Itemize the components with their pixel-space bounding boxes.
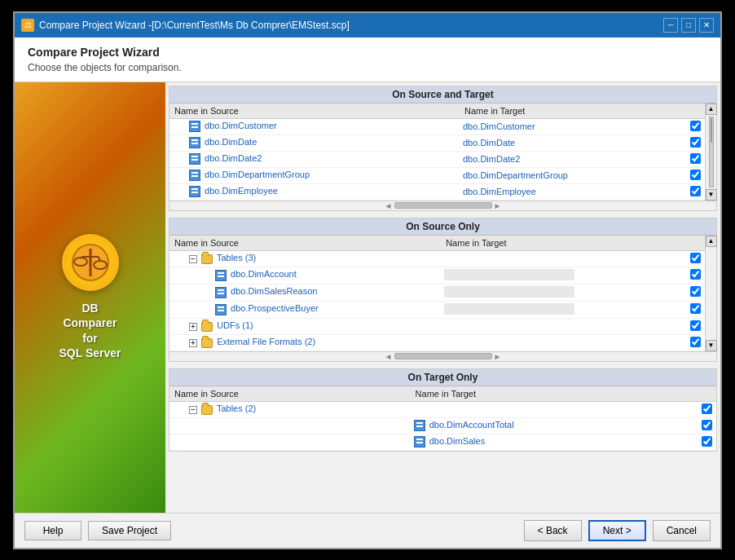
source-cell: dbo.ProspectiveBuyer	[169, 301, 441, 318]
checkbox-cell[interactable]	[685, 151, 705, 167]
scroll-down-arrow[interactable]: ▼	[706, 189, 717, 201]
row-checkbox[interactable]	[690, 137, 701, 148]
source-and-target-scrollbar[interactable]: ▲ ▼	[705, 104, 716, 201]
group-target-cell	[411, 401, 697, 417]
target-cell: dbo.DimDepartmentGroup	[460, 167, 685, 183]
table-row: dbo.DimDate dbo.DimDate	[169, 134, 705, 151]
table-row: dbo.DimDate2 dbo.DimDate2	[169, 151, 705, 167]
source-cell: dbo.DimCustomer	[169, 118, 460, 134]
checkbox-cell[interactable]	[685, 284, 705, 301]
col-target-header: Name in Target	[460, 104, 685, 119]
so-scroll-down[interactable]: ▼	[706, 340, 717, 351]
row-checkbox[interactable]	[690, 269, 701, 280]
target-cell	[441, 267, 685, 284]
group-checkbox-cell[interactable]	[697, 401, 716, 417]
checkbox-cell[interactable]	[685, 167, 705, 183]
expand-button[interactable]: +	[189, 339, 197, 347]
source-cell	[169, 417, 411, 434]
title-bar-controls: ─ □ ✕	[663, 18, 714, 33]
maximize-button[interactable]: □	[681, 18, 696, 33]
horiz-scrollbar-so[interactable]: ◄ ►	[169, 351, 716, 361]
row-checkbox[interactable]	[690, 121, 701, 131]
save-project-button[interactable]: Save Project	[88, 521, 171, 540]
row-checkbox[interactable]	[702, 436, 712, 447]
group-label-cell: + External File Formats (2)	[169, 334, 441, 351]
horiz-scrollbar-sat[interactable]: ◄ ►	[169, 201, 716, 210]
source-only-scrollbar[interactable]: ▲ ▼	[705, 236, 716, 351]
empty-target	[444, 286, 574, 298]
group-row: − Tables (3)	[169, 250, 705, 267]
table-icon	[189, 170, 200, 181]
checkbox-cell[interactable]	[685, 301, 705, 318]
table-row: dbo.DimSales	[169, 434, 716, 450]
close-button[interactable]: ✕	[699, 18, 714, 33]
to-col-source-header: Name in Source	[169, 386, 411, 402]
source-only-content: Name in Source Name in Target − Tables (…	[169, 236, 716, 351]
scroll-thumb[interactable]	[711, 118, 712, 143]
col-check-header	[685, 104, 705, 119]
footer-right: < Back Next > Cancel	[524, 520, 711, 541]
next-button[interactable]: Next >	[588, 520, 646, 541]
group-row: − Tables (2)	[169, 401, 716, 417]
row-checkbox[interactable]	[690, 170, 701, 180]
so-col-check-header	[685, 236, 705, 251]
horiz-thumb-sat[interactable]	[394, 202, 492, 209]
source-and-target-table-wrap: Name in Source Name in Target dbo.DimCus…	[169, 104, 705, 201]
group-target-cell	[441, 250, 685, 267]
checkbox-cell[interactable]	[697, 417, 716, 434]
section-source-and-target: On Source and Target Name in Source Name…	[169, 86, 717, 211]
row-checkbox[interactable]	[690, 186, 701, 196]
group-checkbox[interactable]	[702, 403, 712, 414]
group-checkbox-cell[interactable]	[685, 334, 705, 351]
app-icon: ⚖	[21, 19, 34, 32]
folder-icon	[201, 338, 213, 348]
checkbox-cell[interactable]	[685, 118, 705, 134]
row-checkbox[interactable]	[690, 286, 701, 297]
to-col-target-header: Name in Target	[411, 386, 697, 402]
checkbox-cell[interactable]	[685, 267, 705, 284]
checkbox-cell[interactable]	[697, 434, 716, 450]
expand-button[interactable]: +	[189, 323, 197, 331]
table-row: dbo.DimAccount	[169, 267, 705, 284]
cancel-button[interactable]: Cancel	[653, 520, 711, 541]
row-checkbox[interactable]	[702, 420, 712, 430]
group-row: + UDFs (1)	[169, 318, 705, 334]
source-cell	[169, 434, 411, 450]
checkbox-cell[interactable]	[685, 183, 705, 200]
group-checkbox-cell[interactable]	[685, 250, 705, 267]
sidebar-text: DB Comparer for SQL Server	[59, 301, 121, 360]
row-checkbox[interactable]	[690, 153, 701, 164]
svg-line-5	[81, 257, 82, 258]
expand-button[interactable]: −	[189, 255, 197, 263]
title-bar: ⚖ Compare Project Wizard -[D:\CurrentTes…	[15, 13, 720, 37]
so-horiz-right[interactable]: ►	[494, 352, 502, 361]
source-cell: dbo.DimDate	[169, 134, 460, 151]
section-source-and-target-header: On Source and Target	[169, 86, 716, 104]
minimize-button[interactable]: ─	[663, 18, 678, 33]
checkbox-cell[interactable]	[685, 134, 705, 151]
wizard-subtitle: Choose the objects for comparison.	[28, 62, 707, 73]
group-checkbox[interactable]	[690, 320, 701, 331]
table-icon	[215, 287, 227, 298]
group-checkbox[interactable]	[690, 253, 701, 263]
so-scroll-up[interactable]: ▲	[706, 236, 717, 247]
sidebar: DB Comparer for SQL Server	[15, 82, 165, 513]
target-only-table-wrap: Name in Source Name in Target − Tables (…	[169, 386, 716, 451]
help-button[interactable]: Help	[24, 521, 81, 540]
main-window: ⚖ Compare Project Wizard -[D:\CurrentTes…	[13, 11, 722, 549]
expand-button[interactable]: −	[189, 406, 197, 414]
empty-target	[444, 303, 574, 315]
scroll-up-arrow[interactable]: ▲	[706, 104, 717, 115]
group-checkbox[interactable]	[690, 337, 701, 347]
so-horiz-left[interactable]: ◄	[385, 352, 393, 361]
horiz-thumb-so[interactable]	[394, 353, 492, 359]
horiz-right-arrow[interactable]: ►	[494, 201, 502, 210]
table-row: dbo.DimSalesReason	[169, 284, 705, 301]
window-title: Compare Project Wizard -[D:\CurrentTest\…	[39, 20, 350, 31]
row-checkbox[interactable]	[690, 303, 701, 314]
horiz-left-arrow[interactable]: ◄	[385, 201, 393, 210]
back-button[interactable]: < Back	[524, 520, 582, 541]
sections-container: On Source and Target Name in Source Name…	[165, 82, 720, 513]
source-cell: dbo.DimEmployee	[169, 183, 460, 200]
group-checkbox-cell[interactable]	[685, 318, 705, 334]
